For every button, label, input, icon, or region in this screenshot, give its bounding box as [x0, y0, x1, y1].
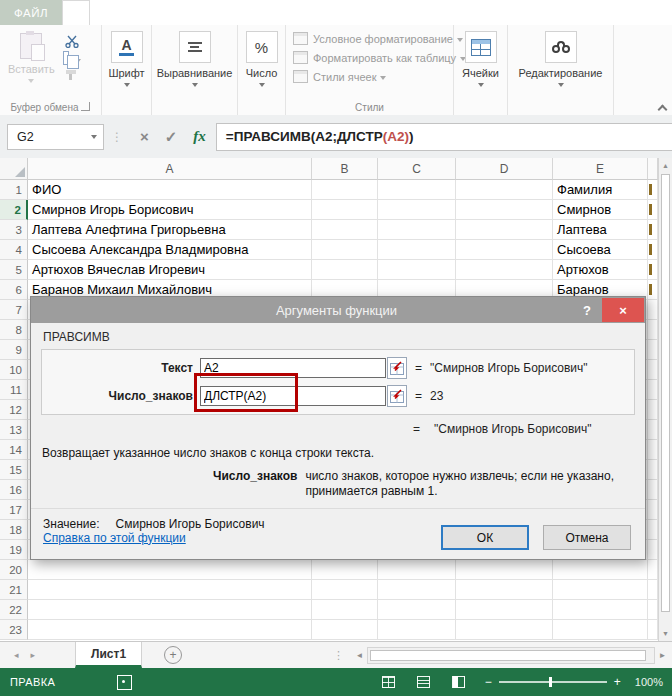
zoom-slider-track[interactable]	[499, 681, 607, 683]
cell-f-clipped[interactable]	[648, 360, 658, 380]
row-header[interactable]: 12	[0, 400, 28, 420]
styles-menu-item[interactable]: Форматировать как таблицу	[286, 48, 453, 67]
cell-f-clipped[interactable]	[648, 480, 658, 500]
scroll-right-icon[interactable]: ►	[655, 651, 670, 660]
cell-b[interactable]	[312, 240, 378, 260]
cell-c[interactable]	[378, 580, 456, 600]
cell-e[interactable]: Лаптева	[553, 220, 648, 240]
zoom-out-icon[interactable]: −	[485, 675, 492, 689]
dialog-launcher-icon[interactable]	[81, 102, 90, 111]
scroll-left-icon[interactable]: ◄	[352, 651, 367, 660]
cell-f-clipped[interactable]	[648, 300, 658, 320]
cell-c[interactable]	[378, 200, 456, 220]
ribbon-tab[interactable]	[116, 0, 142, 25]
column-header-e[interactable]: E	[553, 158, 648, 180]
column-header-b[interactable]: B	[312, 158, 378, 180]
drag-handle[interactable]: ⋮	[111, 130, 123, 144]
vertical-scrollbar[interactable]: ▲ ▼	[658, 158, 672, 641]
zoom-level-label[interactable]: 100%	[635, 676, 663, 688]
cell-b[interactable]	[312, 620, 378, 640]
ribbon-tab[interactable]	[168, 0, 194, 25]
cell-e[interactable]	[553, 620, 648, 640]
cell-f-clipped[interactable]	[648, 560, 658, 580]
cell-f-clipped[interactable]	[648, 180, 658, 200]
range-picker-button[interactable]	[387, 385, 407, 407]
row-header[interactable]: 8	[0, 320, 28, 340]
insert-function-icon[interactable]: fx	[193, 128, 206, 145]
ok-button[interactable]: ОК	[441, 525, 529, 550]
number-menu-button[interactable]: % Число	[238, 25, 285, 115]
cell-a[interactable]	[28, 580, 312, 600]
column-header-f-clipped[interactable]	[648, 158, 658, 180]
row-header[interactable]: 10	[0, 360, 28, 380]
cell-c[interactable]	[378, 260, 456, 280]
page-layout-view-icon[interactable]	[417, 676, 430, 688]
cell-d[interactable]	[456, 200, 553, 220]
cell-b[interactable]	[312, 260, 378, 280]
row-header[interactable]: 16	[0, 480, 28, 500]
ribbon-tab[interactable]	[62, 0, 90, 25]
cell-d[interactable]	[456, 560, 553, 580]
cell-f-clipped[interactable]	[648, 580, 658, 600]
cell-e[interactable]: Артюхов	[553, 260, 648, 280]
cell-b[interactable]	[312, 600, 378, 620]
help-icon[interactable]: ?	[572, 297, 602, 323]
cell-d[interactable]	[456, 180, 553, 200]
cell-f-clipped[interactable]	[648, 420, 658, 440]
horizontal-scrollbar[interactable]: ◄ ►	[352, 647, 670, 664]
zoom-slider[interactable]: − +	[485, 675, 621, 689]
cell-f-clipped[interactable]	[648, 540, 658, 560]
row-header[interactable]: 2	[0, 200, 28, 220]
cell-f-clipped[interactable]	[648, 520, 658, 540]
ribbon-tab[interactable]	[194, 0, 220, 25]
row-header[interactable]: 4	[0, 240, 28, 260]
column-header-d[interactable]: D	[456, 158, 553, 180]
cell-d[interactable]	[456, 240, 553, 260]
column-header-c[interactable]: C	[378, 158, 456, 180]
cell-a[interactable]: Лаптева Алефтина Григорьевна	[28, 220, 312, 240]
range-picker-button[interactable]	[387, 357, 407, 379]
cell-a[interactable]	[28, 620, 312, 640]
cell-f-clipped[interactable]	[648, 340, 658, 360]
tab-scroll-handle[interactable]: ⋮	[333, 649, 344, 662]
name-box[interactable]: G2	[7, 124, 104, 150]
add-sheet-button[interactable]: +	[164, 646, 182, 664]
cell-f-clipped[interactable]	[648, 600, 658, 620]
cell-f-clipped[interactable]	[648, 500, 658, 520]
cell-f-clipped[interactable]	[648, 400, 658, 420]
cell-e[interactable]	[553, 580, 648, 600]
tab-file[interactable]: ФАЙЛ	[0, 0, 62, 25]
cell-d[interactable]	[456, 580, 553, 600]
editing-menu-button[interactable]: Редактирование	[508, 25, 613, 115]
row-header[interactable]: 3	[0, 220, 28, 240]
function-help-link[interactable]: Справка по этой функции	[43, 531, 186, 545]
ribbon-tab[interactable]	[142, 0, 168, 25]
cell-c[interactable]	[378, 620, 456, 640]
cell-f-clipped[interactable]	[648, 380, 658, 400]
cell-f-clipped[interactable]	[648, 260, 658, 280]
styles-menu-item[interactable]: Условное форматирование	[286, 29, 453, 48]
cut-button[interactable]	[63, 34, 81, 48]
cell-b[interactable]	[312, 200, 378, 220]
cell-c[interactable]	[378, 240, 456, 260]
vertical-scrollbar-thumb[interactable]	[661, 174, 670, 612]
cell-a[interactable]: Сысоева Александра Владмировна	[28, 240, 312, 260]
cell-e[interactable]: Фамилия	[553, 180, 648, 200]
row-header[interactable]: 1	[0, 180, 28, 200]
cell-a[interactable]: Артюхов Вячеслав Игоревич	[28, 260, 312, 280]
cell-f-clipped[interactable]	[648, 460, 658, 480]
enter-icon[interactable]: ✓	[165, 128, 178, 146]
cell-e[interactable]: Сысоева	[553, 240, 648, 260]
cell-d[interactable]	[456, 600, 553, 620]
page-break-view-icon[interactable]	[452, 676, 465, 688]
row-header[interactable]: 22	[0, 600, 28, 620]
row-header[interactable]: 20	[0, 560, 28, 580]
cell-e[interactable]	[553, 600, 648, 620]
cell-f-clipped[interactable]	[648, 620, 658, 640]
cell-a[interactable]: ФИО	[28, 180, 312, 200]
normal-view-icon[interactable]	[382, 676, 395, 688]
horizontal-scrollbar-thumb[interactable]	[370, 650, 646, 661]
cell-e[interactable]: Смирнов	[553, 200, 648, 220]
column-header-a[interactable]: A	[28, 158, 312, 180]
row-header[interactable]: 14	[0, 440, 28, 460]
